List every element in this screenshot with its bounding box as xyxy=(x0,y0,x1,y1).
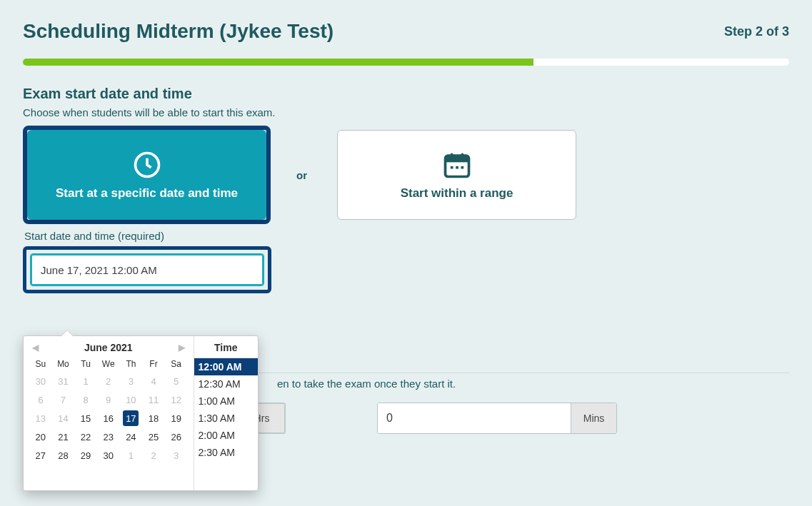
time-option[interactable]: 1:00 AM xyxy=(194,393,258,410)
calendar-day[interactable]: 18 xyxy=(146,410,161,426)
calendar-range-icon xyxy=(441,149,473,181)
calendar-day[interactable]: 25 xyxy=(146,429,161,445)
time-column-header: Time xyxy=(194,336,258,358)
time-option[interactable]: 12:00 AM xyxy=(194,358,258,375)
calendar-day[interactable]: 20 xyxy=(33,429,49,445)
calendar-day[interactable]: 1 xyxy=(78,373,94,389)
page-title: Scheduling Midterm (Jykee Test) xyxy=(23,20,334,43)
calendar-day[interactable]: 13 xyxy=(33,410,49,426)
duration-help-text: en to take the exam once they start it. xyxy=(277,378,789,390)
clock-icon xyxy=(131,149,163,181)
calendar-day[interactable]: 6 xyxy=(33,392,49,408)
option-specific-label: Start at a specific date and time xyxy=(56,186,238,201)
calendar-next-month[interactable]: ▶ xyxy=(176,341,188,354)
datetime-picker: ◀ June 2021 ▶ SuMoTuWeThFrSa 30311234567… xyxy=(23,335,259,491)
time-option[interactable]: 1:30 AM xyxy=(194,410,258,427)
calendar-day[interactable]: 19 xyxy=(169,410,184,426)
mins-unit: Mins xyxy=(571,403,616,433)
calendar-day[interactable]: 10 xyxy=(123,392,139,408)
start-datetime-label: Start date and time (required) xyxy=(24,230,789,242)
calendar-day[interactable]: 7 xyxy=(55,392,71,408)
calendar-month-label: June 2021 xyxy=(84,342,133,353)
calendar-day[interactable]: 21 xyxy=(55,429,71,445)
calendar-day[interactable]: 29 xyxy=(78,447,94,463)
calendar-dow: Su xyxy=(29,358,52,372)
mins-input-group: Mins xyxy=(377,403,617,434)
calendar-day[interactable]: 27 xyxy=(33,447,49,463)
calendar-dow: Tu xyxy=(74,358,97,372)
svg-rect-4 xyxy=(461,153,463,158)
calendar-day[interactable]: 30 xyxy=(33,373,49,389)
calendar-dow: Mo xyxy=(52,358,75,372)
calendar-day[interactable]: 17 xyxy=(123,410,139,426)
svg-rect-3 xyxy=(450,153,453,158)
calendar-prev-month[interactable]: ◀ xyxy=(29,341,41,354)
calendar-day[interactable]: 3 xyxy=(169,447,184,463)
section-subtitle: Choose when students will be able to sta… xyxy=(23,106,789,118)
time-option[interactable]: 2:30 AM xyxy=(194,444,258,461)
calendar-dow: Fr xyxy=(142,358,165,372)
calendar-day[interactable]: 4 xyxy=(146,373,161,389)
calendar-day[interactable]: 23 xyxy=(101,429,116,445)
calendar-dow: Th xyxy=(120,358,143,372)
svg-rect-6 xyxy=(456,166,458,169)
calendar-day[interactable]: 9 xyxy=(101,392,116,408)
calendar-day[interactable]: 3 xyxy=(123,373,139,389)
calendar-day[interactable]: 24 xyxy=(123,429,139,445)
calendar-day[interactable]: 5 xyxy=(169,373,184,389)
option-range-label: Start within a range xyxy=(401,186,513,201)
section-title: Exam start date and time xyxy=(23,86,789,102)
svg-rect-7 xyxy=(461,166,463,169)
svg-rect-5 xyxy=(450,166,453,169)
svg-rect-2 xyxy=(445,156,468,162)
option-specific-datetime[interactable]: Start at a specific date and time xyxy=(27,130,266,220)
calendar-dow: Sa xyxy=(165,358,188,372)
calendar-day[interactable]: 28 xyxy=(55,447,71,463)
step-indicator: Step 2 of 3 xyxy=(724,24,789,39)
time-list[interactable]: 12:00 AM12:30 AM1:00 AM1:30 AM2:00 AM2:3… xyxy=(194,358,258,490)
progress-bar xyxy=(23,59,789,66)
time-option[interactable]: 2:00 AM xyxy=(194,427,258,444)
time-option[interactable]: 12:30 AM xyxy=(194,375,258,393)
calendar-day[interactable]: 15 xyxy=(78,410,94,426)
calendar-day[interactable]: 2 xyxy=(101,373,116,389)
start-datetime-input[interactable] xyxy=(31,254,264,285)
calendar-day[interactable]: 12 xyxy=(169,392,184,408)
calendar-day[interactable]: 22 xyxy=(78,429,94,445)
calendar-dow: We xyxy=(97,358,120,372)
calendar-day[interactable]: 14 xyxy=(55,410,71,426)
calendar-day[interactable]: 11 xyxy=(146,392,161,408)
calendar-day[interactable]: 26 xyxy=(169,429,184,445)
calendar-day[interactable]: 16 xyxy=(101,410,116,426)
option-range[interactable]: Start within a range xyxy=(337,130,576,220)
progress-fill xyxy=(23,59,533,66)
calendar-day[interactable]: 1 xyxy=(123,447,139,463)
mins-input[interactable] xyxy=(378,403,571,433)
calendar-day[interactable]: 30 xyxy=(101,447,116,463)
calendar-grid: SuMoTuWeThFrSa 3031123456789101112131415… xyxy=(29,358,188,465)
calendar-day[interactable]: 2 xyxy=(146,447,161,463)
or-separator: or xyxy=(296,169,307,181)
calendar-day[interactable]: 8 xyxy=(78,392,94,408)
calendar-day[interactable]: 31 xyxy=(55,373,71,389)
